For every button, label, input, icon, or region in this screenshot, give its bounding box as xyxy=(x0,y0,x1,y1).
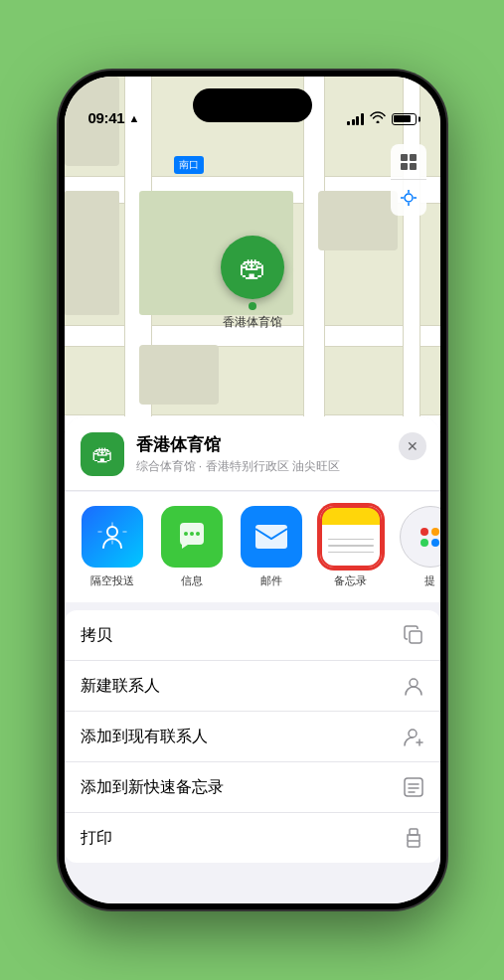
phone-screen: 09:41 ▲ xyxy=(65,77,440,903)
add-to-contact-label: 添加到现有联系人 xyxy=(81,727,208,747)
svg-point-12 xyxy=(196,532,200,536)
svg-rect-0 xyxy=(401,154,408,161)
notes-icon xyxy=(320,506,382,568)
quick-note-icon xyxy=(403,776,424,798)
location-venue-icon: 🏟 xyxy=(81,432,124,476)
svg-rect-2 xyxy=(401,163,408,170)
location-name: 香港体育馆 xyxy=(136,433,424,456)
print-action-button[interactable]: 打印 xyxy=(65,813,440,863)
print-label: 打印 xyxy=(81,828,112,849)
svg-rect-23 xyxy=(408,841,420,847)
pin-label: 香港体育馆 xyxy=(223,314,282,331)
pin-circle-icon: 🏟 xyxy=(221,236,284,299)
mail-icon xyxy=(241,506,302,568)
new-contact-icon xyxy=(403,675,424,697)
location-description: 综合体育馆 · 香港特别行政区 油尖旺区 xyxy=(136,458,424,475)
svg-rect-1 xyxy=(410,154,417,161)
copy-action-label: 拷贝 xyxy=(81,625,112,646)
messages-icon xyxy=(161,506,223,568)
wifi-icon xyxy=(370,111,386,126)
svg-point-9 xyxy=(107,527,117,537)
share-airdrop-button[interactable]: 隔空投送 xyxy=(73,506,152,588)
map-view-toggle-button[interactable] xyxy=(391,144,426,180)
dynamic-island xyxy=(193,88,312,122)
add-to-contact-action-button[interactable]: 添加到现有联系人 xyxy=(65,712,440,762)
svg-point-11 xyxy=(190,532,194,536)
phone-frame: 09:41 ▲ xyxy=(59,71,446,909)
close-button[interactable]: ✕ xyxy=(399,432,426,460)
more-label: 提 xyxy=(424,573,435,588)
battery-icon xyxy=(392,113,417,125)
svg-rect-24 xyxy=(410,829,418,835)
svg-rect-3 xyxy=(410,163,417,170)
print-icon xyxy=(403,827,424,849)
quick-note-action-button[interactable]: 添加到新快速备忘录 xyxy=(65,762,440,813)
svg-point-10 xyxy=(184,532,188,536)
map-controls xyxy=(391,144,426,216)
share-row: 隔空投送 信息 xyxy=(65,492,440,602)
location-info: 香港体育馆 综合体育馆 · 香港特别行政区 油尖旺区 xyxy=(136,433,424,475)
svg-rect-19 xyxy=(405,778,422,796)
location-header: 🏟 香港体育馆 综合体育馆 · 香港特别行政区 油尖旺区 ✕ xyxy=(65,416,440,491)
svg-rect-14 xyxy=(410,631,421,643)
share-messages-button[interactable]: 信息 xyxy=(152,506,232,588)
svg-rect-13 xyxy=(255,525,287,549)
action-list: 拷贝 新建联系人 添加到现有联系人 xyxy=(65,610,440,863)
location-arrow-icon: ▲ xyxy=(128,112,139,124)
status-icons xyxy=(347,111,417,126)
more-icon xyxy=(400,506,440,568)
copy-icon xyxy=(403,624,424,646)
bottom-sheet: 🏟 香港体育馆 综合体育馆 · 香港特别行政区 油尖旺区 ✕ xyxy=(65,416,440,903)
share-more-button[interactable]: 提 xyxy=(391,506,440,588)
share-mail-button[interactable]: 邮件 xyxy=(232,506,311,588)
messages-label: 信息 xyxy=(181,573,203,588)
quick-note-label: 添加到新快速备忘录 xyxy=(81,777,224,798)
notes-label: 备忘录 xyxy=(334,573,367,588)
map-label-tag: 南口 xyxy=(174,156,204,174)
airdrop-icon xyxy=(82,506,143,568)
airdrop-label: 隔空投送 xyxy=(90,573,134,588)
svg-point-4 xyxy=(405,194,413,202)
new-contact-label: 新建联系人 xyxy=(81,676,160,697)
mail-label: 邮件 xyxy=(260,573,282,588)
svg-point-15 xyxy=(410,679,418,687)
share-notes-button[interactable]: 备忘录 xyxy=(311,506,391,588)
svg-point-16 xyxy=(409,730,417,737)
signal-bars-icon xyxy=(347,113,364,125)
copy-action-button[interactable]: 拷贝 xyxy=(65,610,440,661)
map-pin: 🏟 香港体育馆 xyxy=(221,236,284,331)
status-time: 09:41 xyxy=(88,109,125,126)
new-contact-action-button[interactable]: 新建联系人 xyxy=(65,661,440,712)
add-contact-icon xyxy=(403,726,424,747)
location-center-button[interactable] xyxy=(391,180,426,216)
